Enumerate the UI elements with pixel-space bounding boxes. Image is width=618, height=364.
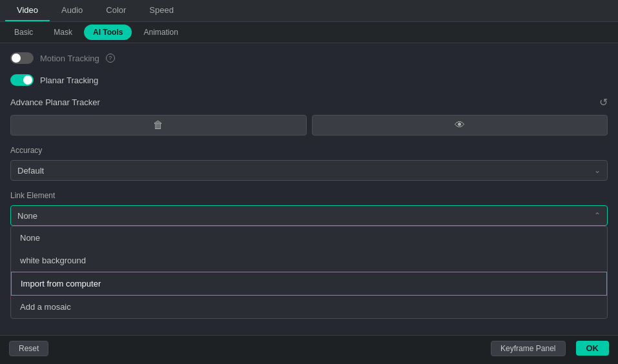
link-element-dropdown: None white background Import from comput… [10,226,608,319]
planar-tracking-row: Planar Tracking [10,74,608,86]
eye-button[interactable]: 👁 [312,115,608,136]
tab-video[interactable]: Video [5,0,50,21]
accuracy-label: Accuracy [10,146,608,155]
tab-speed[interactable]: Speed [138,0,185,21]
keyframe-panel-button[interactable]: Keyframe Panel [491,341,565,356]
accuracy-select[interactable]: Default ⌄ [10,160,608,181]
tab-mask[interactable]: Mask [45,25,81,40]
planar-tracking-label: Planar Tracking [40,76,98,85]
tab-ai-tools[interactable]: AI Tools [84,25,132,40]
eye-icon: 👁 [455,119,465,131]
motion-tracking-row: Motion Tracking ? [10,52,608,64]
advance-planar-tracker-label: Advance Planar Tracker [10,97,100,107]
motion-tracking-label: Motion Tracking [40,54,99,63]
ok-button[interactable]: OK [576,341,610,356]
tab-animation[interactable]: Animation [134,25,187,40]
action-button-row: 🗑 👁 [10,115,608,136]
delete-button[interactable]: 🗑 [10,115,307,136]
bottom-bar: Reset Keyframe Panel OK [0,335,618,361]
advance-planar-tracker-section: Advance Planar Tracker ↺ [10,96,608,108]
link-element-chevron-up-icon: ⌃ [594,211,601,220]
dropdown-item-none[interactable]: None [11,227,607,249]
reset-button[interactable]: Reset [9,341,48,356]
planar-tracking-toggle[interactable] [10,74,34,86]
delete-icon: 🗑 [153,119,163,131]
advance-planar-tracker-reset-icon[interactable]: ↺ [599,96,608,108]
link-element-select[interactable]: None ⌃ [10,205,608,226]
tab-color[interactable]: Color [94,0,138,21]
tab-basic[interactable]: Basic [5,25,42,40]
dropdown-item-add-a-mosaic[interactable]: Add a mosaic [11,296,607,318]
tab-audio[interactable]: Audio [50,0,94,21]
link-element-label: Link Element [10,191,608,200]
top-tab-bar: Video Audio Color Speed [0,0,618,22]
accuracy-value: Default [17,166,44,176]
dropdown-item-white-background[interactable]: white background [11,249,607,272]
accuracy-chevron-down-icon: ⌄ [594,166,601,175]
motion-tracking-help-icon[interactable]: ? [106,54,115,63]
link-element-value: None [17,211,37,221]
motion-tracking-toggle[interactable] [10,52,34,64]
dropdown-item-import-from-computer[interactable]: Import from computer [11,272,607,296]
sub-tab-bar: Basic Mask AI Tools Animation [0,22,618,43]
panel-body: Motion Tracking ? Planar Tracking Advanc… [0,43,618,335]
